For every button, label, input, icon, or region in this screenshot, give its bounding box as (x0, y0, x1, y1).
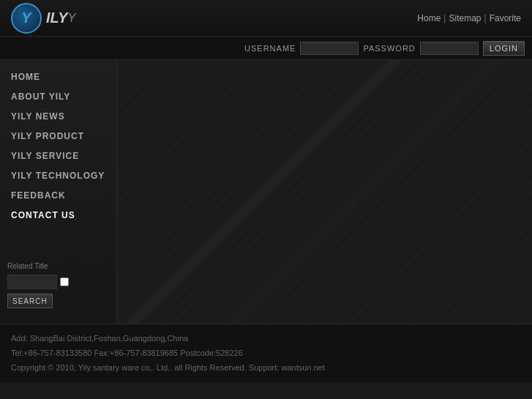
favorite-link[interactable]: Favorite (490, 13, 521, 23)
content-area (117, 60, 532, 324)
sidebar-item-feedback[interactable]: FEEDBACK (0, 186, 116, 206)
logo-y2-text: Y (68, 12, 76, 25)
search-row (7, 275, 109, 289)
username-input[interactable] (300, 42, 359, 55)
sidebar: HOME ABOUT YILY YILY NEWS YILY PRODUCT Y… (0, 60, 117, 324)
header: Y ILY Y Home | Sitemap | Favorite (0, 0, 532, 37)
sidebar-item-technology[interactable]: YILY TECHNOLOGY (0, 166, 116, 186)
header-nav: Home | Sitemap | Favorite (417, 13, 521, 23)
sidebar-item-home[interactable]: HOME (0, 67, 116, 87)
search-button[interactable]: SEARCH (7, 294, 53, 308)
bottom-area (0, 382, 532, 399)
main: HOME ABOUT YILY YILY NEWS YILY PRODUCT Y… (0, 60, 532, 324)
sidebar-item-service[interactable]: YILY SERVICE (0, 146, 116, 166)
login-bar: USERNAME PASSWORD LOGIN (0, 37, 532, 60)
sep1: | (443, 13, 446, 23)
login-button[interactable]: LOGIN (483, 41, 525, 56)
search-checkbox[interactable] (60, 277, 69, 286)
username-label: USERNAME (244, 44, 296, 53)
footer-tel-fax: Tel:+86-757-83133580 Fax:+86-757-8381968… (11, 346, 521, 361)
logo-y-letter: Y (21, 10, 31, 26)
logo-circle: Y (11, 3, 42, 34)
sidebar-item-contact[interactable]: CONTACT US (0, 206, 116, 225)
logo: Y ILY Y (11, 3, 75, 34)
sidebar-item-about[interactable]: ABOUT YILY (0, 87, 116, 107)
home-link[interactable]: Home (417, 13, 441, 23)
sidebar-item-news[interactable]: YILY NEWS (0, 107, 116, 127)
logo-full-text: ILY Y (45, 10, 75, 26)
password-label: PASSWORD (363, 44, 415, 53)
sep2: | (484, 13, 487, 23)
footer-address: Add: ShangBai District,Foshan,Guangdong,… (11, 332, 521, 346)
logo-ily-text: ILY (46, 10, 68, 26)
sidebar-search: Related Title SEARCH (0, 247, 116, 316)
search-input[interactable] (7, 275, 57, 289)
footer-copyright: Copyright © 2010, Yily santary ware co,.… (11, 361, 521, 376)
password-input[interactable] (420, 42, 479, 55)
footer: Add: ShangBai District,Foshan,Guangdong,… (0, 324, 532, 382)
related-title: Related Title (7, 262, 109, 270)
sitemap-link[interactable]: Sitemap (449, 13, 481, 23)
sidebar-item-product[interactable]: YILY PRODUCT (0, 127, 116, 146)
